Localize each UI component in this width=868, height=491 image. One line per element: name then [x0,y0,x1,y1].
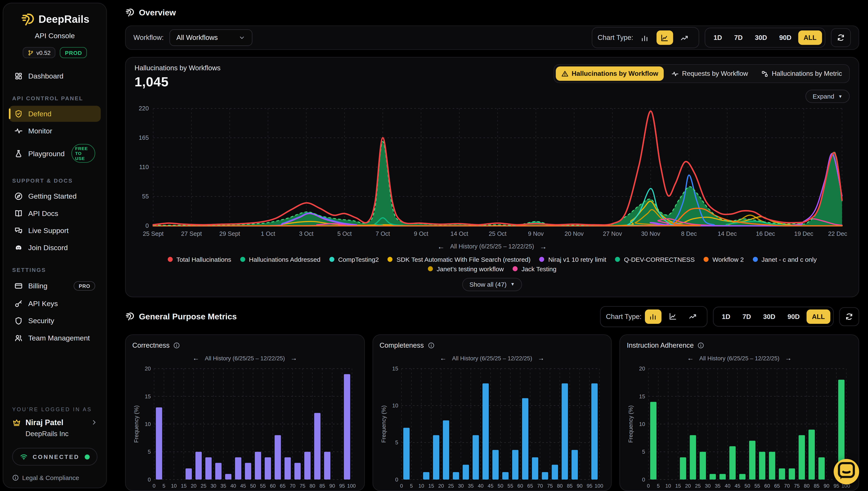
chart-type-trend-button[interactable] [676,30,693,45]
range-90d-button[interactable]: 90D [782,309,805,324]
svg-text:22 Dec: 22 Dec [828,230,847,237]
show-all-button[interactable]: Show all (47) ▼ [462,278,522,291]
chart-type-trend-button[interactable] [685,309,701,324]
refresh-button[interactable] [831,28,851,47]
range-30d-button[interactable]: 30D [749,30,773,45]
svg-text:95: 95 [339,483,345,488]
legend-item-workflow-2[interactable]: Workflow 2 [703,256,744,263]
legend-item-jack-testing[interactable]: Jack Testing [513,265,556,272]
main-content: Overview Workflow: All Workflows Chart T… [116,0,868,491]
sidebar-item-label: API Docs [28,209,58,218]
arrow-left-icon[interactable]: ← [193,354,199,362]
svg-text:40: 40 [230,483,236,488]
legend-label: Niraj v1 10 retry limit [548,256,606,263]
sidebar-item-billing[interactable]: BillingPRO [9,278,101,294]
sidebar-item-join-discord[interactable]: Join Discord [9,239,101,256]
svg-text:19 Dec: 19 Dec [794,230,813,237]
legend-item-sdk-test-automatic-with-file-search-restored[interactable]: SDK Test Automatic With File Search (res… [388,256,531,263]
workflow-select[interactable]: All Workflows [169,29,252,46]
chart-type-line-button[interactable] [657,30,673,45]
range-1d-button[interactable]: 1D [716,309,736,324]
range-7d-button[interactable]: 7D [729,30,748,45]
svg-text:50: 50 [250,483,256,488]
svg-text:110: 110 [139,164,149,170]
svg-text:14 Dec: 14 Dec [718,230,737,237]
svg-text:65: 65 [774,483,780,488]
svg-text:0: 0 [148,476,151,482]
arrow-left-icon[interactable]: ← [687,354,694,362]
metric-card-completeness: Completeness ← All History (6/25/25 – 12… [372,334,612,491]
svg-text:15: 15 [675,483,681,488]
range-all-button[interactable]: ALL [806,309,831,324]
sidebar-item-api-keys[interactable]: API Keys [9,295,101,312]
item-badge: FREE TO USE [71,144,95,163]
metric-range: ← All History (6/25/25 – 12/22/25) → [379,354,605,362]
legend-item-hallucinations-addressed[interactable]: Hallucinations Addressed [240,256,320,263]
arrow-right-icon[interactable]: → [538,354,544,362]
legend-item-q-dev-correctness[interactable]: Q-DEV-CORRECTNESS [615,256,695,263]
chart-type-bar-button[interactable] [637,30,653,45]
svg-text:8 Dec: 8 Dec [681,230,697,237]
sidebar-item-getting-started[interactable]: Getting Started [9,188,101,204]
refresh-button[interactable] [839,307,859,326]
sidebar-item-team-management[interactable]: Team Management [9,330,101,346]
sidebar-item-playground[interactable]: PlaygroundFREE TO USE [9,140,101,167]
svg-text:75: 75 [547,483,553,488]
svg-text:0: 0 [395,476,398,482]
svg-text:1 Oct: 1 Oct [261,230,275,237]
sidebar-item-api-docs[interactable]: API Docs [9,205,101,222]
chat-widget-button[interactable] [834,459,859,485]
sidebar-item-dashboard[interactable]: Dashboard [9,68,101,84]
range-7d-button[interactable]: 7D [737,309,756,324]
legend-item-total-hallucinations[interactable]: Total Hallucinations [168,256,231,263]
sidebar-item-security[interactable]: Security [9,313,101,329]
svg-text:20: 20 [145,366,151,371]
info-icon[interactable] [174,342,180,348]
chart-type-line-button[interactable] [665,309,682,324]
arrow-right-icon[interactable]: → [540,242,547,251]
tab-hallucinations-by-metric[interactable]: Hallucinations by Metric [756,66,847,81]
version-badge[interactable]: v0.52 [23,47,56,58]
svg-text:35: 35 [468,483,473,488]
info-icon[interactable] [698,342,704,348]
svg-text:5: 5 [642,449,645,455]
sidebar-item-label: Monitor [28,127,52,135]
legal-link[interactable]: Legal & Compliance [12,474,97,481]
svg-text:0: 0 [400,483,403,488]
legend-label: CompTesting2 [338,256,379,263]
arrow-left-icon[interactable]: ← [440,354,446,362]
sidebar-item-defend[interactable]: Defend [9,106,101,122]
svg-text:40: 40 [725,483,730,488]
legend-item-niraj-v1-10-retry-limit[interactable]: Niraj v1 10 retry limit [539,256,606,263]
legend-dot [753,257,758,262]
range-1d-button[interactable]: 1D [708,30,728,45]
sidebar-item-monitor[interactable]: Monitor [9,123,101,139]
sidebar: DeepRails API Console v0.52 PROD Dashboa… [3,3,107,488]
arrow-right-icon[interactable]: → [785,354,791,362]
git-branch-icon [27,50,34,56]
range-30d-button[interactable]: 30D [758,309,781,324]
tab-hallucinations-by-workflow[interactable]: Hallucinations by Workflow [556,66,664,81]
range-90d-button[interactable]: 90D [774,30,797,45]
sidebar-item-live-support[interactable]: Live Support [9,223,101,238]
arrow-left-icon[interactable]: ← [437,242,444,251]
legend-item-janets-testing-workflow[interactable]: Janet’s testing workflow [428,265,504,272]
svg-text:25: 25 [695,483,701,488]
expand-button[interactable]: Expand ▼ [806,90,850,103]
svg-text:25: 25 [201,483,206,488]
user-menu[interactable]: Niraj Patel [12,418,97,427]
legend-item-janet-c-and-c-only[interactable]: Janet - c and c only [753,256,817,263]
legend-label: Janet - c and c only [762,256,817,263]
legend-item-comptesting2[interactable]: CompTesting2 [329,256,379,263]
chart-type-group: Chart Type: [591,27,699,48]
info-icon[interactable] [428,342,434,348]
tab-requests-by-workflow[interactable]: Requests by Workflow [666,66,754,81]
metric-card-correctness: Correctness ← All History (6/25/25 – 12/… [125,334,365,491]
metric-range-label: All History (6/25/25 – 12/22/25) [452,355,532,361]
chart-type-bar-button[interactable] [645,309,662,324]
tab-label: Hallucinations by Metric [772,70,842,78]
range-all-button[interactable]: ALL [798,30,822,45]
svg-text:20 Nov: 20 Nov [565,230,584,237]
arrow-right-icon[interactable]: → [290,354,297,362]
connection-status: CONNECTED [12,448,97,466]
